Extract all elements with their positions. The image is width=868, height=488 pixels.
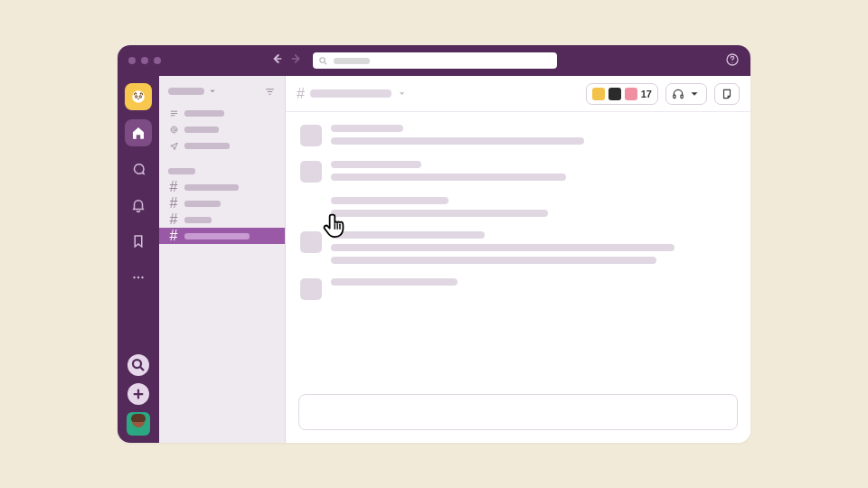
help-button[interactable] xyxy=(725,52,740,67)
note-icon xyxy=(721,88,733,100)
filter-button[interactable] xyxy=(264,85,276,101)
workspace-switcher[interactable] xyxy=(125,83,152,110)
chevron-down-icon xyxy=(208,87,217,96)
history-back-button[interactable] xyxy=(269,52,284,70)
sidebar-channel-item[interactable]: # xyxy=(159,179,285,195)
sidebar-item-drafts[interactable] xyxy=(159,137,285,154)
sidebar-item-mentions[interactable] xyxy=(159,121,285,137)
bell-icon xyxy=(130,197,146,213)
svg-rect-26 xyxy=(681,95,683,99)
hash-icon: # xyxy=(168,179,179,195)
titlebar xyxy=(118,45,750,76)
sidebar-item-label xyxy=(184,184,239,191)
workspace-rail xyxy=(118,76,159,443)
svg-point-11 xyxy=(133,277,135,278)
svg-point-12 xyxy=(137,277,139,278)
message-item[interactable] xyxy=(300,278,736,300)
sidebar-channel-item[interactable]: # xyxy=(159,211,285,228)
zoom-dot[interactable] xyxy=(154,57,161,64)
svg-point-1 xyxy=(320,57,326,62)
member-avatar xyxy=(592,88,605,100)
nav-later-button[interactable] xyxy=(125,228,152,255)
message-item[interactable] xyxy=(300,161,736,183)
huddle-button[interactable] xyxy=(665,83,707,105)
svg-point-9 xyxy=(140,96,141,97)
sidebar-channel-item-active[interactable]: # xyxy=(159,228,285,244)
chat-icon xyxy=(130,161,146,177)
svg-point-13 xyxy=(141,277,143,278)
svg-point-5 xyxy=(132,90,145,103)
member-count: 17 xyxy=(641,89,652,99)
canvas-button[interactable] xyxy=(714,83,740,105)
channel-name xyxy=(310,89,392,98)
channel-sidebar: # # # # xyxy=(159,76,286,443)
bookmark-icon xyxy=(130,233,146,249)
close-dot[interactable] xyxy=(128,57,136,64)
sidebar-section-channels[interactable] xyxy=(159,163,285,179)
nav-dms-button[interactable] xyxy=(125,155,152,183)
svg-point-14 xyxy=(133,360,141,368)
window-controls[interactable] xyxy=(128,57,161,64)
message-avatar xyxy=(300,278,322,300)
member-avatar xyxy=(609,88,621,100)
search-placeholder xyxy=(334,58,370,64)
sidebar-item-label xyxy=(184,143,230,149)
sidebar-item-threads[interactable] xyxy=(159,105,285,121)
hash-icon: # xyxy=(168,228,179,244)
svg-line-15 xyxy=(140,367,144,371)
sidebar-item-label xyxy=(184,217,212,223)
history-search-button[interactable] xyxy=(127,354,149,376)
message-avatar xyxy=(300,125,322,146)
channel-name-button[interactable]: # xyxy=(297,86,407,102)
search-icon xyxy=(318,56,328,66)
chevron-down-icon xyxy=(688,88,701,100)
filter-icon xyxy=(264,86,276,98)
sidebar-item-label xyxy=(184,233,250,239)
channel-members-button[interactable]: 17 xyxy=(586,83,658,105)
nav-home-button[interactable] xyxy=(125,119,152,146)
sidebar-item-label xyxy=(184,201,221,207)
create-new-button[interactable] xyxy=(127,383,149,405)
sidebar-item-label xyxy=(184,110,224,117)
ellipsis-icon xyxy=(130,269,146,286)
message-list xyxy=(286,112,750,385)
message-item[interactable] xyxy=(300,125,736,146)
channel-header: # 17 xyxy=(286,76,750,112)
nav-more-button[interactable] xyxy=(125,264,152,291)
headphones-icon xyxy=(672,88,684,100)
search-icon xyxy=(130,357,146,373)
sidebar-section-label xyxy=(168,168,195,174)
message-avatar xyxy=(300,161,322,183)
message-item[interactable] xyxy=(300,197,736,217)
mentions-icon xyxy=(168,125,179,135)
svg-rect-25 xyxy=(674,95,675,99)
svg-point-10 xyxy=(137,99,139,99)
main-pane: # 17 xyxy=(286,76,750,443)
plus-icon xyxy=(130,386,146,402)
hash-icon: # xyxy=(168,195,179,211)
svg-line-2 xyxy=(325,61,326,63)
search-input[interactable] xyxy=(313,52,557,69)
sidebar-item-label xyxy=(184,127,219,133)
svg-point-24 xyxy=(172,127,175,130)
hash-icon: # xyxy=(297,86,305,102)
sidebar-channel-item[interactable]: # xyxy=(159,195,285,211)
threads-icon xyxy=(168,108,179,118)
svg-point-4 xyxy=(731,62,732,63)
chevron-down-icon xyxy=(397,89,407,99)
message-composer[interactable] xyxy=(298,394,738,430)
sloth-icon xyxy=(130,89,146,105)
history-forward-button[interactable] xyxy=(289,52,304,70)
message-item[interactable] xyxy=(300,231,736,264)
workspace-name xyxy=(168,88,204,95)
app-window: # # # # # xyxy=(118,45,750,443)
member-avatar xyxy=(625,88,637,100)
home-icon xyxy=(130,125,146,141)
minimize-dot[interactable] xyxy=(141,57,148,64)
user-avatar[interactable] xyxy=(127,412,150,436)
hash-icon: # xyxy=(168,211,179,228)
svg-point-8 xyxy=(136,96,137,97)
drafts-icon xyxy=(168,141,179,151)
nav-activity-button[interactable] xyxy=(125,192,152,219)
message-avatar xyxy=(300,231,322,253)
